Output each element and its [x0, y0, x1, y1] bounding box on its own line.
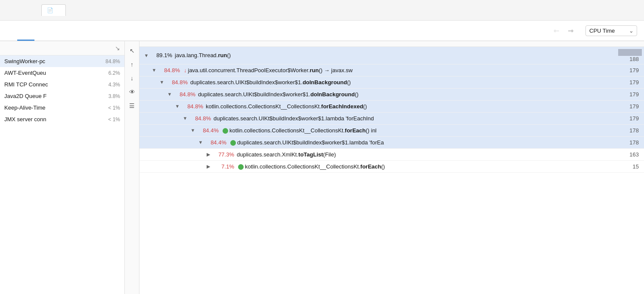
tree-method: ↓java.util.concurrent.ThreadPoolExecutor…: [183, 67, 618, 74]
tree-method: duplicates.search.UIKt$buildIndex$worker…: [198, 91, 618, 98]
sidebar-item[interactable]: SwingWorker-pc84.8%: [0, 55, 124, 67]
title-bar: 📄: [0, 0, 644, 21]
sidebar-item-name: JMX server conn: [4, 116, 46, 122]
show-select-wrapper: CPU Time Wall Time Allocation: [585, 25, 637, 36]
inline-badge: [238, 164, 244, 170]
tree-row[interactable]: ▼ 84.4% duplicates.search.UIKt$buildInde…: [139, 137, 644, 149]
tree-exec: 178: [618, 139, 644, 146]
tree-exec: 188: [618, 49, 644, 62]
tree-rows: ▼ 89.1% java.lang.Thread.run() 188 ▼ 84.…: [139, 47, 644, 173]
sidebar-item-pct: < 1%: [108, 116, 120, 122]
tree-toggle-button[interactable]: ▼: [197, 140, 204, 145]
tree-toggle-button[interactable]: ▼: [166, 92, 173, 97]
sidebar-item-pct: 6.2%: [108, 70, 120, 76]
nav-controls: ⇽ ⇾ CPU Time Wall Time Allocation: [552, 25, 644, 37]
tree-row[interactable]: ▼ 84.8% duplicates.search.UIKt$buildInde…: [139, 89, 644, 101]
sidebar-item[interactable]: Keep-Alive-Time< 1%: [0, 102, 124, 113]
collapse-all-button[interactable]: ↖: [126, 45, 138, 57]
tree-exec: 163: [618, 151, 644, 158]
tree-pct: 84.8%: [165, 79, 188, 86]
sidebar-item[interactable]: RMI TCP Connec4.3%: [0, 79, 124, 90]
tab-timeline[interactable]: [52, 21, 69, 41]
tree-exec: 179: [618, 115, 644, 122]
tree-toggle-button[interactable]: ▶: [205, 164, 212, 169]
tree-toggle-button[interactable]: ▼: [143, 53, 150, 58]
tab-events[interactable]: [69, 21, 86, 41]
tree-toggle-button[interactable]: ▼: [182, 116, 189, 121]
sidebar-controls: ↖ ↑ ↓ 👁 ☰: [125, 41, 139, 294]
file-tab[interactable]: 📄: [41, 4, 66, 16]
down-arrow-icon: ↓: [184, 67, 187, 74]
tree-method: duplicates.search.UIKt$buildIndex$worker…: [214, 115, 618, 122]
tree-toggle-button[interactable]: ▼: [158, 80, 165, 85]
tree-method: java.lang.Thread.run(): [175, 52, 618, 58]
sidebar-item-name: Java2D Queue F: [4, 93, 46, 99]
tree-method: kotlin.collections.CollectionsKt__Collec…: [221, 127, 618, 134]
tree-exec: 179: [618, 67, 644, 74]
tree-pct: 84.8%: [181, 103, 203, 110]
tree-toggle-button[interactable]: ▼: [151, 67, 158, 73]
tree-toggle-button[interactable]: ▶: [205, 152, 212, 157]
eye-icon[interactable]: 👁: [126, 86, 138, 98]
tree-pct: 84.4%: [204, 139, 226, 146]
list-icon[interactable]: ☰: [126, 100, 138, 112]
tab-method-list[interactable]: [34, 21, 52, 41]
sidebar-item[interactable]: Java2D Queue F3.8%: [0, 90, 124, 102]
sidebar-item-name: SwingWorker-pc: [4, 58, 45, 64]
sidebar-header: ↘: [0, 41, 124, 55]
tree-row[interactable]: ▼ 89.1% java.lang.Thread.run() 188: [139, 47, 644, 64]
tree-pct: 89.1%: [150, 52, 172, 58]
tree-pct: 84.4%: [196, 127, 219, 134]
show-select[interactable]: CPU Time Wall Time Allocation: [585, 25, 637, 36]
tree-pct: 84.8%: [158, 67, 180, 74]
tree-row[interactable]: ▼ 84.4% kotlin.collections.CollectionsKt…: [139, 125, 644, 137]
tree-row[interactable]: ▶ 77.3% duplicates.search.XmlKt.toTagLis…: [139, 149, 644, 161]
tree-exec: 179: [618, 91, 644, 98]
tree-method: duplicates.search.UIKt$buildIndex$worker…: [190, 79, 618, 86]
thread-sidebar: ↘ SwingWorker-pc84.8%AWT-EventQueu6.2%RM…: [0, 41, 125, 294]
sidebar-items: SwingWorker-pc84.8%AWT-EventQueu6.2%RMI …: [0, 55, 124, 125]
call-tree-header: [139, 41, 644, 47]
tree-method: kotlin.collections.CollectionsKt__Collec…: [237, 163, 618, 170]
tree-pct: 84.8%: [189, 115, 211, 122]
sidebar-item-pct: < 1%: [108, 105, 120, 111]
tree-row[interactable]: ▼ 84.8% ↓java.util.concurrent.ThreadPool…: [139, 64, 644, 77]
home-tab[interactable]: [17, 0, 34, 21]
tree-pct: 84.8%: [173, 91, 195, 98]
sidebar-item-name: AWT-EventQueu: [4, 70, 46, 76]
sidebar-item-pct: 4.3%: [108, 82, 120, 88]
tab-call-tree[interactable]: [17, 21, 34, 41]
sidebar-item-pct: 84.8%: [105, 58, 120, 64]
tree-row[interactable]: ▼ 84.8% duplicates.search.UIKt$buildInde…: [139, 77, 644, 89]
file-icon: 📄: [47, 7, 53, 13]
tree-row[interactable]: ▶ 7.1% kotlin.collections.CollectionsKt_…: [139, 161, 644, 173]
tree-method: duplicates.search.XmlKt.toTagList(File): [237, 151, 618, 158]
tree-toggle-button[interactable]: ▼: [189, 128, 196, 133]
expand-down-button[interactable]: ↓: [126, 72, 138, 84]
tree-exec: 179: [618, 79, 644, 86]
tree-pct: 7.1%: [212, 163, 234, 170]
call-tree-panel: ▼ 89.1% java.lang.Thread.run() 188 ▼ 84.…: [139, 41, 644, 294]
back-icon[interactable]: ⇽: [552, 25, 561, 37]
inline-badge: [223, 128, 228, 134]
tree-pct: 77.3%: [212, 151, 234, 158]
tree-exec: 178: [618, 127, 644, 134]
tree-toggle-button[interactable]: ▼: [174, 104, 181, 109]
sort-icon[interactable]: ↘: [115, 45, 120, 52]
tree-exec: 15: [618, 163, 644, 170]
sidebar-item-name: Keep-Alive-Time: [4, 104, 46, 111]
sidebar-item-pct: 3.8%: [108, 93, 120, 99]
sidebar-item[interactable]: AWT-EventQueu6.2%: [0, 67, 124, 79]
main-content: ↘ SwingWorker-pc84.8%AWT-EventQueu6.2%RM…: [0, 41, 644, 294]
tree-method: kotlin.collections.CollectionsKt__Collec…: [206, 103, 618, 110]
tree-method: duplicates.search.UIKt$buildIndex$worker…: [229, 139, 618, 146]
tree-row[interactable]: ▼ 84.8% duplicates.search.UIKt$buildInde…: [139, 113, 644, 125]
inline-badge: [230, 140, 236, 146]
expand-up-button[interactable]: ↑: [126, 58, 138, 70]
nav-tabs-bar: ⇽ ⇾ CPU Time Wall Time Allocation: [0, 21, 644, 41]
sidebar-item[interactable]: JMX server conn< 1%: [0, 113, 124, 125]
tab-flame-graph[interactable]: [0, 21, 17, 41]
forward-icon[interactable]: ⇾: [566, 25, 575, 37]
tree-row[interactable]: ▼ 84.8% kotlin.collections.CollectionsKt…: [139, 101, 644, 113]
sidebar-item-name: RMI TCP Connec: [4, 81, 48, 88]
